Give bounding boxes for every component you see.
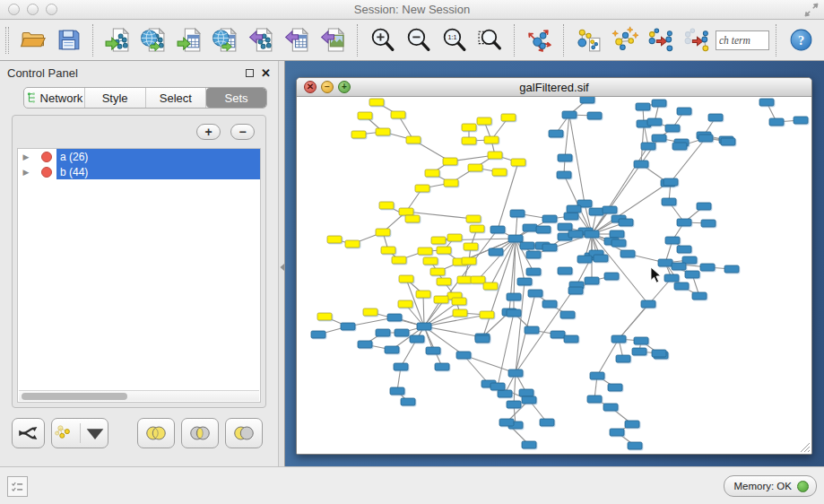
open-session-button[interactable] (14, 23, 50, 57)
graph-node[interactable] (587, 112, 602, 119)
graph-node[interactable] (564, 335, 578, 343)
set-options-button[interactable] (51, 418, 108, 448)
graph-node[interactable] (585, 277, 599, 284)
graph-node[interactable] (721, 138, 735, 145)
graph-node[interactable] (435, 363, 449, 370)
graph-node[interactable] (444, 179, 458, 187)
graph-node[interactable] (437, 278, 451, 285)
graph-node[interactable] (376, 329, 390, 336)
graph-node[interactable] (698, 135, 713, 142)
add-set-button[interactable]: + (196, 124, 221, 140)
graph-node[interactable] (677, 246, 691, 253)
graph-node[interactable] (641, 143, 655, 150)
graph-node[interactable] (551, 331, 565, 338)
graph-node[interactable] (363, 308, 377, 316)
memory-status-button[interactable]: Memory: OK (724, 475, 817, 497)
graph-node[interactable] (381, 247, 395, 254)
graph-node[interactable] (628, 442, 642, 449)
export-image-button[interactable] (315, 23, 351, 57)
tab-network[interactable]: Network (24, 88, 85, 108)
graph-node[interactable] (558, 223, 572, 230)
graph-node[interactable] (462, 137, 476, 144)
graph-node[interactable] (590, 372, 604, 379)
save-session-button[interactable] (50, 23, 86, 57)
graph-node[interactable] (499, 419, 514, 426)
hide-selected-button[interactable] (642, 23, 678, 57)
graph-node[interactable] (542, 215, 557, 222)
scrollbar-thumb[interactable] (22, 393, 127, 400)
close-window-icon[interactable] (8, 4, 20, 15)
graph-node[interactable] (345, 240, 360, 248)
graph-node[interactable] (603, 404, 618, 411)
graph-node[interactable] (418, 248, 432, 255)
graph-node[interactable] (610, 230, 624, 238)
graph-node[interactable] (426, 347, 440, 354)
graph-node[interactable] (674, 282, 689, 290)
graph-node[interactable] (395, 329, 409, 336)
graph-node[interactable] (466, 215, 481, 222)
graph-node[interactable] (507, 293, 521, 300)
graph-node[interactable] (519, 389, 533, 396)
extract-sets-button[interactable] (12, 418, 45, 448)
zoom-in-button[interactable] (364, 23, 400, 57)
graph-node[interactable] (430, 268, 445, 275)
graph-node[interactable] (526, 268, 541, 275)
graph-node[interactable] (520, 242, 534, 249)
frame-maximize-icon[interactable]: + (338, 81, 351, 93)
graph-node[interactable] (564, 213, 578, 220)
graph-node[interactable] (457, 276, 472, 283)
graph-node[interactable] (416, 291, 430, 298)
zoom-selected-button[interactable] (472, 23, 507, 57)
graph-node[interactable] (585, 230, 599, 238)
graph-node[interactable] (391, 111, 405, 118)
frame-minimize-icon[interactable]: − (321, 81, 334, 93)
graph-node[interactable] (517, 278, 532, 285)
graph-node[interactable] (490, 383, 505, 390)
zoom-window-icon[interactable] (46, 4, 57, 15)
graph-node[interactable] (558, 267, 572, 274)
graph-node[interactable] (452, 298, 466, 305)
apply-preferred-layout-button[interactable] (521, 23, 557, 57)
graph-node[interactable] (594, 255, 608, 262)
graph-node[interactable] (759, 99, 774, 106)
float-window-icon[interactable] (246, 69, 254, 77)
import-network-web-button[interactable] (135, 23, 171, 57)
graph-node[interactable] (672, 263, 686, 270)
import-table-file-button[interactable] (171, 23, 207, 57)
tab-select[interactable]: Select (146, 88, 207, 108)
zoom-out-button[interactable] (400, 23, 436, 57)
horizontal-scrollbar[interactable] (19, 390, 259, 401)
chevron-down-icon[interactable] (82, 421, 108, 446)
new-network-from-selection-button[interactable] (570, 23, 606, 57)
graph-node[interactable] (468, 164, 482, 171)
graph-node[interactable] (490, 226, 505, 233)
graph-node[interactable] (456, 352, 471, 359)
graph-node[interactable] (501, 114, 516, 121)
graph-node[interactable] (470, 225, 484, 232)
graph-node[interactable] (507, 309, 521, 317)
graph-node[interactable] (652, 135, 666, 142)
graph-node[interactable] (498, 390, 512, 397)
graph-node[interactable] (358, 341, 372, 348)
graph-node[interactable] (701, 220, 716, 227)
graph-node[interactable] (464, 243, 478, 250)
graph-node[interactable] (641, 300, 655, 308)
collapsed-triangle-icon[interactable]: ▶ (18, 168, 34, 177)
graph-node[interactable] (700, 264, 715, 271)
graph-node[interactable] (462, 257, 476, 265)
graph-node[interactable] (423, 257, 438, 265)
graph-node[interactable] (488, 152, 502, 159)
graph-node[interactable] (525, 326, 539, 334)
graph-node[interactable] (376, 229, 390, 236)
graph-node[interactable] (603, 206, 617, 213)
graph-node[interactable] (658, 259, 672, 266)
graph-node[interactable] (510, 210, 525, 217)
graph-node[interactable] (511, 159, 525, 166)
graph-node[interactable] (536, 226, 551, 233)
graph-node[interactable] (610, 429, 624, 436)
network-canvas-svg[interactable] (297, 97, 811, 454)
graph-node[interactable] (399, 208, 413, 215)
show-all-button[interactable] (678, 23, 714, 57)
graph-node[interactable] (540, 419, 554, 426)
panel-splitter[interactable] (278, 61, 285, 466)
